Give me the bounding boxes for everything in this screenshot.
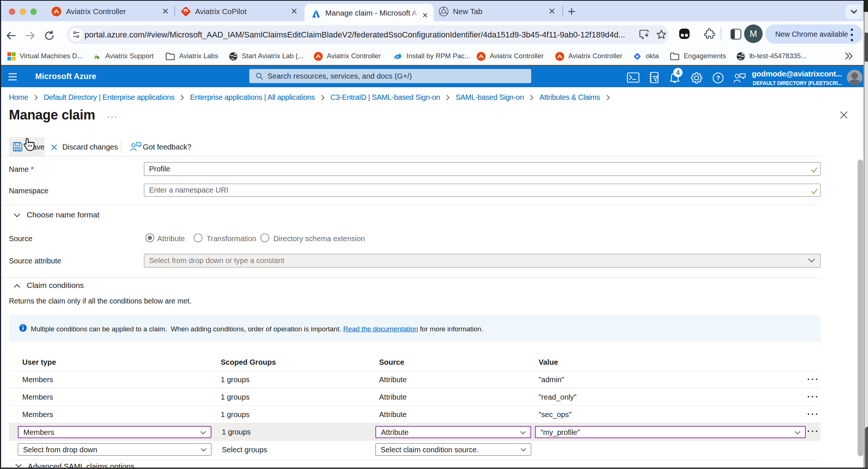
svg-text:?: ? [716,75,720,82]
